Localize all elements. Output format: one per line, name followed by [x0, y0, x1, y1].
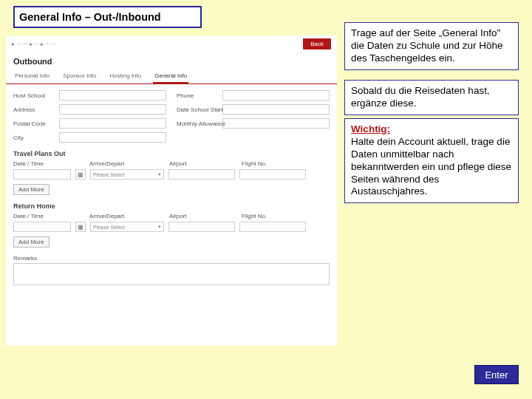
airport-input[interactable]	[168, 169, 235, 180]
label-monthly-allowance: Monthly Allowance	[177, 120, 219, 127]
city-input[interactable]	[59, 132, 166, 143]
tab-bar: Personal Info Sponsor Info Hosting Info …	[6, 70, 337, 84]
title-box: General Info – Out-/Inbound	[13, 6, 202, 28]
date-input[interactable]	[13, 222, 71, 232]
col-arrive-depart: Arrive/Depart	[89, 213, 163, 219]
add-more-button[interactable]: Add More	[13, 236, 50, 248]
col-arrive-depart: Arrive/Depart	[89, 160, 163, 167]
col-flight-no: Flight No.	[242, 160, 308, 167]
label-date-school-start: Date School Start	[177, 106, 219, 113]
label-city: City	[13, 134, 56, 141]
enter-button[interactable]: Enter	[474, 365, 519, 384]
tab-sponsor-info[interactable]: Sponsor Info	[61, 70, 98, 83]
wichtig-label: Wichtig:	[351, 123, 390, 134]
table-header-out: Date / Time Arrive/Depart Airport Flight…	[13, 160, 330, 167]
label-remarks: Remarks	[13, 255, 330, 262]
label-phone: Phone	[177, 92, 219, 99]
enter-label: Enter	[485, 369, 508, 381]
calendar-icon[interactable]: ▦	[75, 222, 86, 232]
flight-no-input[interactable]	[239, 222, 306, 232]
info-text-1: Trage auf der Seite „General Info" die D…	[351, 27, 503, 64]
col-date-time: Date / Time	[13, 213, 83, 219]
table-row: ▦ Please Select▾	[13, 222, 330, 232]
section-return-home: Return Home	[13, 202, 330, 210]
table-row: ▦ Please Select▾	[13, 169, 330, 180]
info-text-3: Halte dein Account aktuell, trage die Da…	[351, 136, 511, 197]
arrive-depart-select[interactable]: Please Select▾	[90, 222, 164, 232]
flight-no-input[interactable]	[239, 169, 306, 180]
section-travel-out: Travel Plans Out	[13, 150, 330, 157]
col-airport: Airport	[169, 160, 236, 167]
label-postal-code: Postal Code	[13, 120, 56, 127]
label-address: Address	[13, 106, 56, 113]
arrive-depart-select[interactable]: Please Select▾	[90, 169, 164, 180]
tab-general-info[interactable]: General Info	[153, 70, 188, 83]
outbound-heading: Outbound	[6, 52, 337, 70]
info-box-3: Wichtig: Halte dein Account aktuell, tra…	[344, 118, 519, 203]
tab-hosting-info[interactable]: Hosting Info	[109, 70, 143, 83]
monthly-allowance-input[interactable]	[222, 118, 330, 129]
address-input[interactable]	[59, 104, 166, 115]
breadcrumb: ▸ ··· ··· ▸ ··· ▸ ··· ···	[12, 41, 57, 47]
remarks-textarea[interactable]	[13, 263, 330, 285]
airport-input[interactable]	[168, 222, 235, 232]
date-school-start-input[interactable]	[222, 104, 330, 115]
calendar-icon[interactable]: ▦	[75, 169, 86, 180]
col-airport: Airport	[169, 213, 236, 219]
phone-input[interactable]	[222, 90, 330, 100]
label-host-school: Host School	[13, 92, 56, 99]
info-text-2: Sobald du die Reisedaten hast, ergänze d…	[351, 85, 490, 109]
host-school-input[interactable]	[59, 90, 166, 100]
title-text: General Info – Out-/Inbound	[19, 11, 161, 23]
table-header-return: Date / Time Arrive/Depart Airport Flight…	[13, 213, 330, 219]
postal-code-input[interactable]	[59, 118, 166, 129]
screenshot-panel: ▸ ··· ··· ▸ ··· ▸ ··· ··· Back Outbound …	[6, 35, 337, 346]
col-flight-no: Flight No.	[242, 213, 308, 219]
info-box-1: Trage auf der Seite „General Info" die D…	[344, 22, 519, 70]
back-button[interactable]: Back	[303, 38, 331, 50]
chevron-down-icon: ▾	[158, 224, 161, 230]
tab-personal-info[interactable]: Personal Info	[13, 70, 51, 83]
chevron-down-icon: ▾	[158, 171, 161, 177]
info-box-2: Sobald du die Reisedaten hast, ergänze d…	[344, 80, 519, 115]
date-input[interactable]	[13, 169, 71, 180]
add-more-button[interactable]: Add More	[13, 184, 50, 195]
col-date-time: Date / Time	[13, 160, 83, 167]
